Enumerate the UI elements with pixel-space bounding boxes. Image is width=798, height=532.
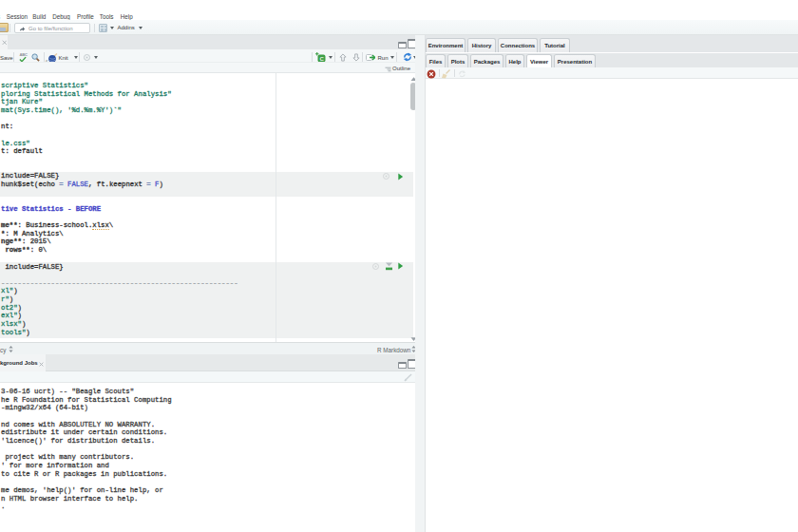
svg-text:C: C — [320, 56, 325, 62]
